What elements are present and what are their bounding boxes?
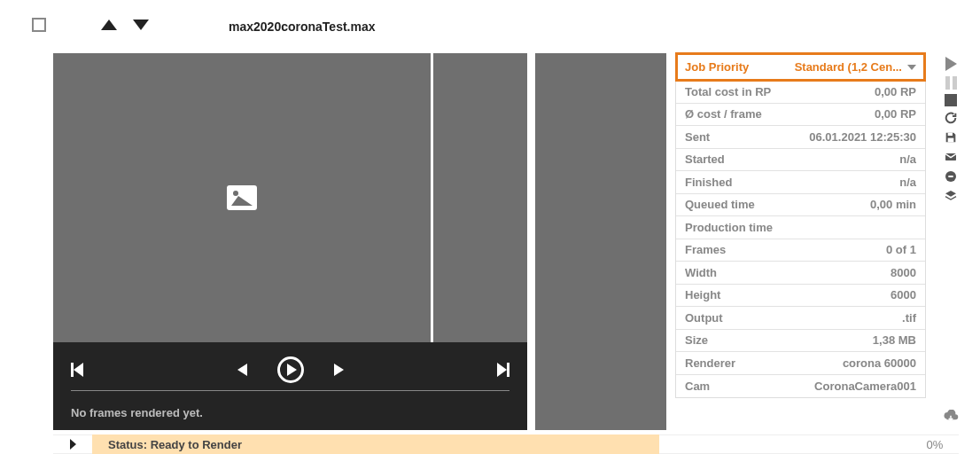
save-job-icon[interactable] — [943, 129, 959, 145]
size-row: Size1,38 MB — [676, 330, 925, 353]
no-frames-text: No frames rendered yet. — [71, 406, 203, 419]
stop-job-icon[interactable] — [945, 94, 957, 106]
play-button[interactable] — [277, 356, 304, 383]
avg-cost-row: Ø cost / frame0,00 RP — [676, 104, 925, 127]
move-down-icon[interactable] — [133, 20, 149, 30]
restart-job-icon[interactable] — [943, 110, 959, 126]
layers-job-icon[interactable] — [943, 188, 959, 204]
job-properties-panel: Job Priority Standard (1,2 Cen... Total … — [675, 53, 926, 398]
next-frame-icon[interactable] — [334, 364, 344, 376]
image-placeholder-icon — [227, 185, 257, 210]
status-bar: Status: Ready to Render 0% — [53, 434, 959, 454]
finished-row: Finishedn/a — [676, 171, 925, 194]
skip-start-icon[interactable] — [71, 363, 83, 377]
mail-job-icon[interactable] — [943, 149, 959, 165]
pause-job-icon[interactable] — [943, 74, 959, 90]
prev-frame-icon[interactable] — [237, 364, 247, 376]
started-row: Startedn/a — [676, 149, 925, 172]
thumbnail-column — [535, 53, 666, 430]
production-row: Production time — [676, 216, 925, 239]
width-row: Width8000 — [676, 262, 925, 285]
download-cloud-icon[interactable] — [943, 410, 959, 424]
total-cost-row: Total cost in RP0,00 RP — [676, 81, 925, 104]
cam-row: CamCoronaCamera001 — [676, 375, 925, 398]
expand-status-icon[interactable] — [53, 434, 92, 454]
job-filename: max2020coronaTest.max — [229, 20, 376, 34]
frames-row: Frames0 of 1 — [676, 239, 925, 262]
progress-percent: 0% — [911, 434, 959, 454]
sent-row: Sent06.01.2021 12:25:30 — [676, 126, 925, 149]
skip-end-icon[interactable] — [497, 363, 509, 377]
select-job-checkbox[interactable] — [32, 18, 46, 32]
renderer-row: Renderercorona 60000 — [676, 352, 925, 375]
preview-panel: No frames rendered yet. — [53, 53, 527, 430]
move-up-icon[interactable] — [101, 20, 117, 30]
start-job-icon[interactable] — [945, 57, 957, 71]
svg-rect-0 — [948, 133, 953, 136]
height-row: Height6000 — [676, 285, 925, 308]
right-toolbar — [943, 57, 959, 204]
preview-side — [433, 53, 527, 342]
info-job-icon[interactable] — [943, 168, 959, 184]
timeline-track[interactable] — [71, 390, 509, 391]
status-text: Status: Ready to Render — [92, 434, 659, 454]
dropdown-caret-icon — [907, 65, 916, 70]
preview-main — [53, 53, 431, 342]
svg-rect-1 — [948, 138, 954, 143]
queued-row: Queued time0,00 min — [676, 194, 925, 217]
output-row: Output.tif — [676, 307, 925, 330]
job-priority-row[interactable]: Job Priority Standard (1,2 Cen... — [675, 52, 926, 82]
